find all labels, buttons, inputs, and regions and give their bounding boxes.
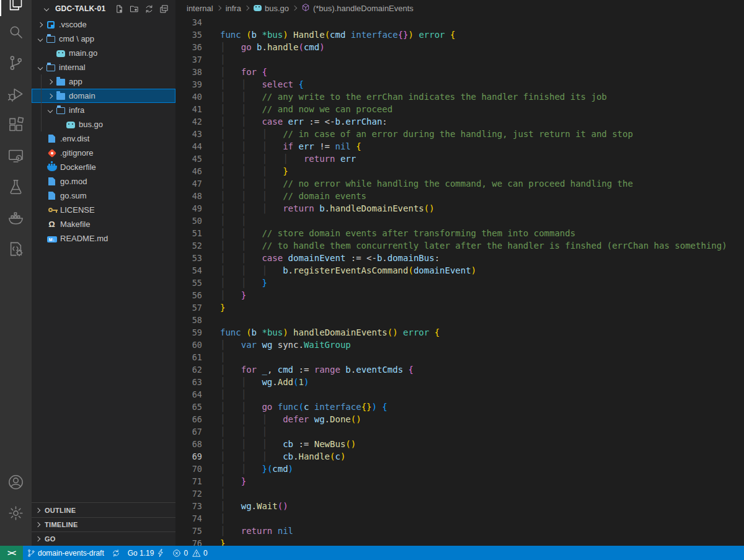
line-number: 73 — [175, 500, 202, 512]
line-content: │ │ │ // domain events — [202, 190, 366, 202]
code-line-66: 66│ │ │ defer wg.Done() — [175, 413, 744, 425]
activitybar-item-task-tools-icon[interactable] — [0, 233, 32, 264]
tree-item-label: .env.dist — [60, 134, 89, 143]
tree-item-.env.dist[interactable]: .env.dist — [32, 131, 175, 146]
folder-open-file-icon — [45, 63, 56, 73]
code-line-58: 58 — [175, 314, 744, 326]
breadcrumb-separator-icon — [292, 5, 298, 11]
statusbar-item-sync[interactable] — [108, 546, 124, 560]
line-number: 72 — [175, 487, 202, 500]
new-file-icon[interactable] — [113, 3, 125, 14]
line-number: 70 — [175, 463, 202, 475]
new-folder-icon[interactable] — [128, 3, 140, 14]
line-number: 49 — [175, 202, 202, 215]
panel-label: TIMELINE — [45, 521, 78, 528]
line-number: 37 — [175, 53, 202, 66]
line-number: 62 — [175, 363, 202, 376]
code-line-43: 43│ │ │ // in case of an error during th… — [175, 128, 744, 140]
activitybar-item-source-control-icon[interactable] — [0, 47, 32, 78]
code-line-57: 57} — [175, 301, 744, 314]
line-content: │ │ │ cb.Handle(c) — [202, 450, 345, 463]
chevron-down-icon — [43, 4, 51, 13]
line-number: 57 — [175, 301, 202, 314]
panel-header-timeline[interactable]: TIMELINE — [32, 517, 175, 531]
tree-item-label: .vscode — [59, 20, 87, 29]
chevron-right-icon — [34, 535, 43, 543]
line-number: 71 — [175, 475, 202, 487]
code-line-64: 64│ │ — [175, 388, 744, 401]
line-number: 47 — [175, 177, 202, 190]
panel-header-go[interactable]: GO — [32, 531, 175, 546]
line-number: 64 — [175, 388, 202, 401]
collapse-folders-icon[interactable] — [158, 3, 169, 14]
activitybar-item-accounts-icon[interactable] — [0, 466, 32, 497]
activitybar-item-explorer-icon[interactable] — [0, 0, 32, 16]
tree-item-cmd-app[interactable]: cmd \ app — [32, 32, 175, 46]
branch-icon — [27, 549, 35, 558]
tree-item-bus.go[interactable]: bus.go — [32, 117, 175, 131]
activitybar-item-docker-icon[interactable] — [0, 202, 32, 233]
code-line-53: 53│ │ case domainEvent := <-b.domainBus: — [175, 252, 744, 264]
panel-header-outline[interactable]: OUTLINE — [32, 503, 175, 517]
tree-item-main.go[interactable]: main.go — [32, 46, 175, 60]
code-line-70: 70│ │ }(cmd) — [175, 463, 744, 475]
tree-item-label: .gitignore — [60, 148, 93, 158]
activitybar-item-search-icon[interactable] — [0, 16, 32, 47]
line-number: 53 — [175, 252, 202, 264]
tree-item-readme.md[interactable]: M↓README.md — [32, 231, 175, 246]
activitybar-item-remote-explorer-icon[interactable] — [0, 140, 32, 171]
tree-item-.vscode[interactable]: .vscode — [32, 17, 175, 32]
statusbar-item-problems[interactable]: 00 — [169, 546, 211, 560]
breadcrumb-item[interactable]: infra — [226, 4, 241, 13]
code-line-63: 63│ │ wg.Add(1) — [175, 376, 744, 388]
chevron-right-icon — [37, 20, 45, 29]
activitybar-item-extensions-icon[interactable] — [0, 109, 32, 140]
tree-item-makefile[interactable]: ΩMakefile — [32, 217, 175, 231]
tree-item-domain[interactable]: domain — [32, 89, 175, 103]
line-number: 65 — [175, 401, 202, 413]
statusbar-item-go-version[interactable]: Go 1.19 — [124, 546, 169, 560]
tree-item-go.sum[interactable]: go.sum — [32, 189, 175, 203]
breadcrumb-separator-icon — [244, 5, 250, 11]
breadcrumb-item[interactable]: internal — [187, 4, 213, 13]
tree-item-label: go.mod — [60, 177, 87, 186]
file-file-icon — [46, 134, 57, 144]
activitybar-item-run-debug-icon[interactable] — [0, 78, 32, 109]
code-line-39: 39│ │ select { — [175, 78, 744, 91]
line-content: │ for { — [202, 66, 267, 78]
explorer-icon — [7, 5, 24, 12]
code-line-48: 48│ │ │ // domain events — [175, 190, 744, 202]
warning-count: 0 — [203, 549, 208, 558]
tree-item-license[interactable]: LICENSE — [32, 203, 175, 217]
line-number: 61 — [175, 351, 202, 363]
code-line-76: 76} — [175, 537, 744, 546]
tree-item-.gitignore[interactable]: .gitignore — [32, 146, 175, 160]
tree-item-go.mod[interactable]: go.mod — [32, 174, 175, 189]
statusbar-item-git-branch[interactable]: domain-events-draft — [23, 546, 108, 560]
chevron-right-icon — [46, 92, 55, 100]
line-number: 68 — [175, 438, 202, 450]
code-editor[interactable]: 3435func (b *bus) Handle(cmd interface{}… — [175, 16, 744, 546]
statusbar-label: Go 1.19 — [128, 549, 154, 558]
line-content: │ │ // any write to the errChan indicate… — [202, 91, 607, 103]
line-content: │ │ │ │ return err — [202, 153, 356, 165]
chevron-right-icon — [34, 506, 43, 515]
activitybar-item-testing-icon[interactable] — [0, 171, 32, 202]
refresh-explorer-icon[interactable] — [143, 3, 154, 14]
project-header[interactable]: GDC-TALK-01 — [32, 0, 175, 17]
md-file-icon: M↓ — [46, 234, 57, 244]
line-content: │ │ // and now we can proceed — [202, 103, 392, 115]
remote-indicator[interactable]: >< — [0, 546, 23, 560]
line-number: 34 — [175, 16, 202, 29]
tree-item-infra[interactable]: infra — [32, 103, 175, 117]
tree-item-internal[interactable]: internal — [32, 60, 175, 74]
line-number: 48 — [175, 190, 202, 202]
code-line-56: 56│ } — [175, 289, 744, 301]
breadcrumb-item[interactable]: bus.go — [254, 4, 289, 13]
tree-item-label: LICENSE — [60, 205, 95, 215]
tree-item-label: README.md — [60, 234, 108, 243]
breadcrumb-item[interactable]: (*bus).handleDomainEvents — [301, 3, 414, 14]
tree-item-app[interactable]: app — [32, 74, 175, 89]
tree-item-dockerfile[interactable]: Dockerfile — [32, 160, 175, 174]
activitybar-item-settings-gear-icon[interactable] — [0, 497, 32, 528]
